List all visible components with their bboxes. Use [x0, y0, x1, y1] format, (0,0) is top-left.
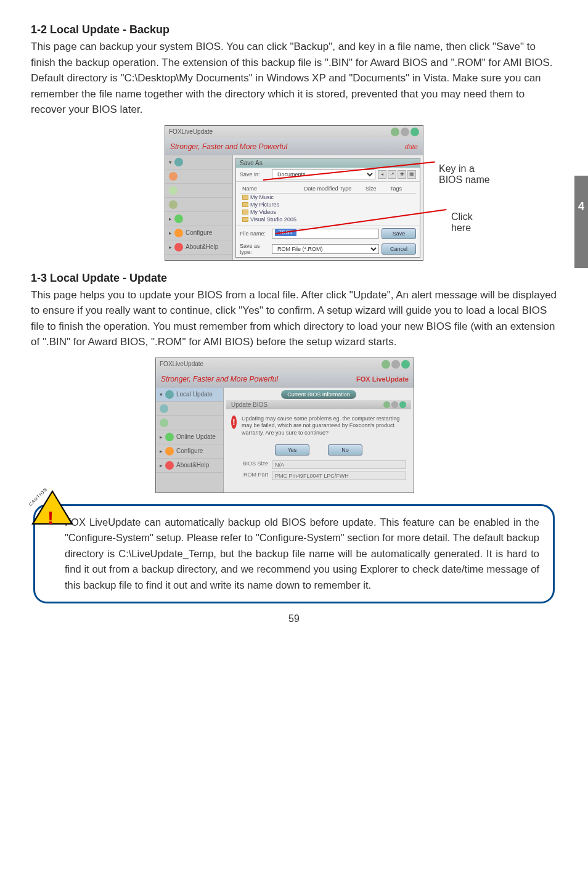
- yes-button[interactable]: Yes: [275, 444, 309, 456]
- nav-sub-2[interactable]: [156, 416, 223, 430]
- list-item[interactable]: My Music: [240, 194, 416, 201]
- titlebar-buttons: [382, 360, 410, 369]
- filename-input[interactable]: TEST: [272, 229, 379, 239]
- rom-part-row: ROM Part PMC Pm49FL004T LPC/FWH: [226, 470, 411, 481]
- toolbar-icons: ◂ ⬏ ✚ ▦: [378, 170, 416, 179]
- col-date[interactable]: Date modified Type: [301, 184, 363, 193]
- titlebar: FOXLiveUpdate: [156, 358, 414, 370]
- main-pane: Save As Save in: Documents ◂ ⬏ ✚ ▦: [233, 155, 423, 260]
- banner-left: Stronger, Faster and More Powerful: [161, 375, 278, 383]
- save-button[interactable]: Save: [382, 228, 416, 239]
- update-icon: [169, 186, 178, 195]
- section-1-body: This page can backup your system BIOS. Y…: [31, 39, 557, 118]
- up-icon[interactable]: ⬏: [388, 170, 396, 179]
- bios-size-value: N/A: [272, 460, 406, 469]
- nav-about[interactable]: ▸About&Help: [156, 459, 223, 473]
- warning-icon: !: [231, 415, 237, 429]
- list-item[interactable]: My Pictures: [240, 201, 416, 208]
- newfolder-icon[interactable]: ✚: [398, 170, 406, 179]
- chevron-down-icon: ▾: [160, 391, 163, 398]
- no-button[interactable]: No: [328, 444, 362, 456]
- app-window-update: FOXLiveUpdate Stronger, Faster and More …: [155, 358, 414, 493]
- banner: Stronger, Faster and More Powerful FOX L…: [156, 370, 414, 388]
- caution-text: FOX LiveUpdate can automatically backup …: [65, 517, 539, 591]
- col-tags[interactable]: Tags: [388, 184, 416, 193]
- nav-blank-2[interactable]: [165, 170, 232, 184]
- annotation-click-label: Click here: [451, 211, 491, 234]
- bios-size-label: BIOS Size: [231, 460, 268, 469]
- close-icon[interactable]: [399, 401, 406, 408]
- left-nav: ▾Local Update ▸Online Update ▸Configure …: [156, 388, 224, 492]
- nav-about[interactable]: ▸About&Help: [165, 240, 232, 255]
- list-item-label: Visual Studio 2005: [250, 216, 296, 223]
- folder-icon: [242, 195, 248, 200]
- file-list-header: Name Date modified Type Size Tags: [240, 184, 416, 194]
- section-1-title: 1-2 Local Update - Backup: [31, 23, 557, 36]
- exclamation-icon: !: [47, 504, 54, 533]
- chevron-right-icon: ▸: [169, 230, 172, 236]
- nav-online-update[interactable]: ▸Online Update: [156, 430, 223, 444]
- banner-right: date: [405, 143, 418, 150]
- chevron-right-icon: ▸: [160, 462, 163, 468]
- sub-icon: [160, 419, 168, 427]
- rom-icon: [169, 200, 178, 209]
- caution-badge: CAUTION !: [31, 490, 73, 527]
- filename-label: File name:: [240, 231, 269, 237]
- bios-size-row: BIOS Size N/A: [226, 459, 411, 470]
- annotation-key-label: Key in a BIOS name: [439, 163, 491, 186]
- close-icon[interactable]: [401, 360, 410, 369]
- banner-left: Stronger, Faster and More Powerful: [170, 142, 287, 151]
- minimize-icon[interactable]: [382, 360, 390, 369]
- side-tab-number: 4: [578, 200, 584, 213]
- sub-icon: [160, 404, 168, 413]
- minimize-icon[interactable]: [391, 128, 399, 136]
- maximize-icon[interactable]: [391, 401, 398, 408]
- local-icon: [165, 390, 174, 399]
- maximize-icon[interactable]: [391, 360, 400, 369]
- page-number: 59: [31, 613, 557, 624]
- list-item-label: My Music: [250, 194, 274, 200]
- nav-online-label: Online Update: [176, 433, 216, 440]
- savetype-select[interactable]: ROM File (*.ROM): [272, 244, 379, 254]
- list-item-label: My Videos: [250, 209, 276, 215]
- list-item[interactable]: My Videos: [240, 208, 416, 216]
- col-size[interactable]: Size: [363, 184, 388, 193]
- nav-sub-1[interactable]: [156, 402, 223, 416]
- chevron-right-icon: ▸: [160, 448, 163, 454]
- minimize-icon[interactable]: [383, 401, 390, 408]
- folder-icon: [242, 210, 248, 215]
- sub-tab: Update BIOS: [226, 400, 411, 409]
- rom-part-label: ROM Part: [231, 472, 268, 480]
- nav-configure[interactable]: ▸Configure: [165, 226, 232, 240]
- section-2-title: 1-3 Local Update - Update: [31, 272, 557, 285]
- chevron-right-icon: ▸: [169, 244, 172, 250]
- nav-blank-4[interactable]: [165, 198, 232, 212]
- info-icon: [174, 243, 183, 251]
- cancel-button[interactable]: Cancel: [382, 243, 416, 255]
- nav-online[interactable]: ▸: [165, 212, 232, 226]
- chevron-right-icon: ▸: [169, 216, 172, 222]
- window-title: FOXLiveUpdate: [169, 128, 213, 135]
- folder-icon: [242, 202, 248, 207]
- message-text: Updating may cause some problems eg. the…: [242, 415, 406, 437]
- nav-configure-label: Configure: [186, 229, 212, 236]
- view-icon[interactable]: ▦: [407, 170, 416, 179]
- main-pane: Current BIOS Information Update BIOS ! U…: [224, 388, 414, 492]
- nav-about-label: About&Help: [186, 243, 218, 250]
- nav-blank-3[interactable]: [165, 184, 232, 198]
- banner: Stronger, Faster and More Powerful date: [165, 138, 423, 155]
- rom-part-value: PMC Pm49FL004T LPC/FWH: [272, 472, 406, 480]
- close-icon[interactable]: [410, 128, 419, 136]
- globe-icon: [165, 433, 174, 441]
- nav-configure[interactable]: ▸Configure: [156, 444, 223, 459]
- side-tab: 4: [574, 176, 588, 268]
- app-window-saveas: FOXLiveUpdate Stronger, Faster and More …: [165, 125, 423, 261]
- nav-local-update[interactable]: ▾Local Update: [156, 388, 223, 402]
- maximize-icon[interactable]: [401, 128, 409, 136]
- nav-configure-label: Configure: [176, 448, 203, 454]
- back-icon[interactable]: ◂: [378, 170, 386, 179]
- nav-blank-1[interactable]: ▾: [165, 155, 232, 170]
- chevron-right-icon: ▸: [160, 434, 163, 440]
- col-name[interactable]: Name: [240, 184, 301, 193]
- backup-icon: [169, 172, 178, 181]
